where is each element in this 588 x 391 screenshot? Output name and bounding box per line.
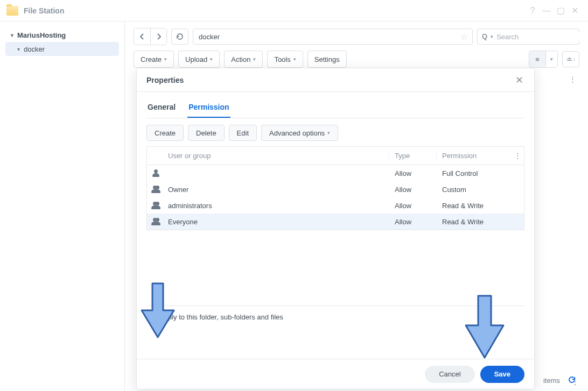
tree-item-docker[interactable]: ▾ docker — [5, 42, 119, 56]
settings-button[interactable]: Settings — [307, 51, 347, 68]
sort-button[interactable]: ≐↓ — [562, 51, 579, 67]
tree-root[interactable]: ▾ MariusHosting — [5, 28, 119, 42]
search-box[interactable]: Q ▾ — [477, 29, 579, 45]
perm-create-button[interactable]: Create — [146, 125, 184, 141]
tab-general[interactable]: General — [146, 99, 177, 118]
apply-recursive-checkbox[interactable]: ✓ — [146, 312, 155, 321]
apply-recursive-label: Apply to this folder, sub-folders and fi… — [159, 313, 283, 321]
tab-permission[interactable]: Permission — [187, 99, 230, 118]
permission-table: User or group Type Permission ⋮ Allow Fu… — [146, 146, 524, 230]
table-row[interactable]: administrators Allow Read & Write — [147, 197, 524, 214]
content-more-icon[interactable]: ⋮ — [569, 75, 576, 83]
tree-root-label: MariusHosting — [17, 31, 66, 39]
cancel-button[interactable]: Cancel — [425, 366, 474, 383]
path-input[interactable]: docker ☆ — [193, 29, 473, 45]
properties-dialog: Properties ✕ General Permission Create D… — [136, 68, 535, 389]
titlebar: File Station ? — ▢ ✕ — [0, 0, 588, 22]
dialog-close-button[interactable]: ✕ — [514, 74, 524, 86]
action-button[interactable]: Action▾ — [224, 51, 263, 68]
user-icon — [152, 169, 160, 177]
nav-group — [134, 28, 167, 45]
group-icon — [151, 218, 161, 225]
window-title: File Station — [24, 6, 64, 15]
search-input[interactable] — [496, 33, 587, 41]
col-user-or-group[interactable]: User or group — [165, 152, 389, 160]
help-icon[interactable]: ? — [526, 4, 540, 18]
caret-down-icon: ▾ — [15, 46, 22, 52]
view-list-button[interactable]: ≡ — [529, 51, 545, 67]
refresh-icon[interactable] — [568, 375, 576, 386]
sidebar: ▾ MariusHosting ▾ docker — [0, 22, 125, 391]
search-caret-icon: ▾ — [491, 34, 493, 39]
table-row[interactable]: Everyone Allow Read & Write — [147, 214, 524, 230]
col-permission[interactable]: Permission — [437, 152, 511, 160]
view-dropdown-button[interactable]: ▾ — [545, 51, 557, 67]
search-icon: Q — [482, 32, 487, 40]
check-icon: ✓ — [148, 314, 153, 320]
star-icon[interactable]: ☆ — [460, 32, 468, 42]
chevron-down-icon: ▾ — [253, 56, 256, 62]
app-folder-icon — [6, 6, 18, 16]
perm-delete-button[interactable]: Delete — [188, 125, 225, 141]
caret-down-icon: ▾ — [9, 32, 15, 38]
chevron-down-icon: ▾ — [210, 56, 213, 62]
dialog-title: Properties — [146, 76, 184, 84]
create-button[interactable]: Create▾ — [134, 51, 174, 68]
chevron-down-icon: ▾ — [164, 56, 167, 62]
path-text: docker — [199, 33, 220, 41]
group-icon — [151, 202, 161, 209]
group-icon — [151, 186, 161, 193]
minimize-button[interactable]: — — [540, 4, 554, 18]
maximize-button[interactable]: ▢ — [554, 4, 568, 18]
nav-back-button[interactable] — [134, 29, 150, 45]
tools-button[interactable]: Tools▾ — [267, 51, 303, 68]
table-row[interactable]: Owner Allow Custom — [147, 181, 524, 197]
table-more-icon[interactable]: ⋮ — [511, 152, 524, 160]
upload-button[interactable]: Upload▾ — [178, 51, 220, 68]
table-row[interactable]: Allow Full Control — [147, 165, 524, 181]
nav-forward-button[interactable] — [150, 29, 166, 45]
close-window-button[interactable]: ✕ — [568, 4, 582, 18]
perm-edit-button[interactable]: Edit — [229, 125, 257, 141]
perm-advanced-button[interactable]: Advanced options▾ — [261, 125, 338, 141]
chevron-down-icon: ▾ — [327, 130, 330, 136]
save-button[interactable]: Save — [480, 366, 524, 383]
chevron-down-icon: ▾ — [293, 56, 296, 62]
items-count-suffix: items — [543, 376, 560, 385]
col-type[interactable]: Type — [389, 152, 437, 160]
tree-item-label: docker — [24, 45, 45, 53]
refresh-button[interactable] — [171, 29, 188, 45]
